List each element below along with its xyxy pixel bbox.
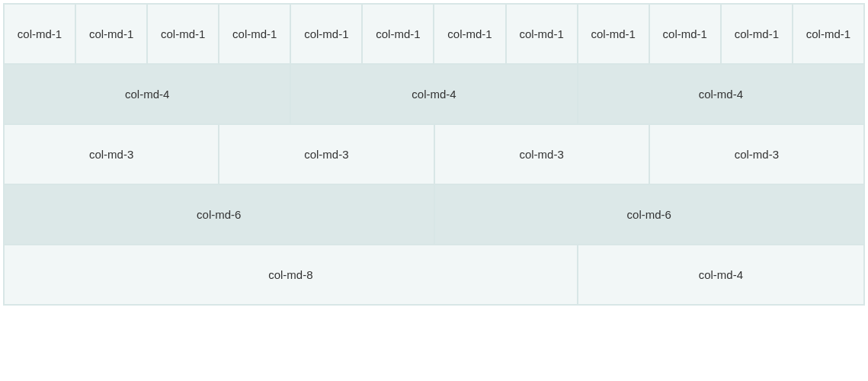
grid-cell: col-md-3: [4, 124, 219, 184]
cell-label: col-md-1: [806, 26, 850, 42]
grid-cell: col-md-1: [434, 4, 505, 64]
cell-label: col-md-8: [268, 267, 312, 283]
grid-row: col-md-4 col-md-4 col-md-4: [4, 64, 864, 124]
grid-cell: col-md-3: [219, 124, 434, 184]
grid-row: col-md-3 col-md-3 col-md-3 col-md-3: [4, 124, 864, 184]
cell-label: col-md-4: [699, 267, 743, 283]
grid-cell: col-md-4: [578, 64, 864, 124]
cell-label: col-md-1: [519, 26, 563, 42]
cell-label: col-md-3: [519, 146, 563, 162]
grid-cell: col-md-1: [4, 4, 75, 64]
cell-label: col-md-1: [232, 26, 277, 42]
cell-label: col-md-3: [735, 146, 779, 162]
grid-row: col-md-6 col-md-6: [4, 184, 864, 245]
grid-cell: col-md-3: [649, 124, 864, 184]
grid-cell: col-md-1: [721, 4, 793, 64]
grid-cell: col-md-1: [75, 4, 147, 64]
cell-label: col-md-1: [663, 26, 707, 42]
grid-row: col-md-8 col-md-4: [4, 245, 864, 305]
cell-label: col-md-6: [197, 207, 241, 223]
grid-cell: col-md-1: [506, 4, 578, 64]
grid-cell: col-md-1: [793, 4, 864, 64]
cell-label: col-md-1: [447, 26, 492, 42]
grid-cell: col-md-4: [290, 64, 577, 124]
cell-label: col-md-1: [161, 26, 205, 42]
grid-cell: col-md-1: [219, 4, 290, 64]
grid-cell: col-md-4: [578, 245, 864, 305]
grid-cell: col-md-3: [434, 124, 649, 184]
grid-row: col-md-1 col-md-1 col-md-1 col-md-1 col-…: [4, 4, 864, 64]
cell-label: col-md-4: [125, 86, 169, 102]
cell-label: col-md-1: [304, 26, 348, 42]
cell-label: col-md-1: [735, 26, 779, 42]
grid-cell: col-md-1: [578, 4, 649, 64]
grid-cell: col-md-1: [290, 4, 362, 64]
cell-label: col-md-1: [591, 26, 635, 42]
grid-example: col-md-1 col-md-1 col-md-1 col-md-1 col-…: [3, 3, 865, 306]
cell-label: col-md-4: [699, 86, 743, 102]
cell-label: col-md-1: [376, 26, 420, 42]
grid-cell: col-md-8: [4, 245, 578, 305]
grid-cell: col-md-1: [147, 4, 219, 64]
cell-label: col-md-1: [18, 26, 62, 42]
grid-cell: col-md-6: [434, 184, 865, 245]
cell-label: col-md-6: [627, 207, 671, 223]
cell-label: col-md-3: [89, 146, 133, 162]
grid-cell: col-md-6: [4, 184, 434, 245]
cell-label: col-md-1: [89, 26, 133, 42]
grid-cell: col-md-1: [649, 4, 721, 64]
grid-cell: col-md-4: [4, 64, 290, 124]
grid-cell: col-md-1: [362, 4, 434, 64]
cell-label: col-md-3: [304, 146, 348, 162]
cell-label: col-md-4: [412, 86, 456, 102]
